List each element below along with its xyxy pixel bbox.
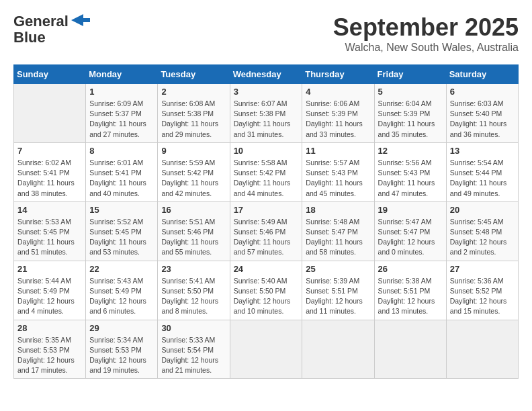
table-row: 12 Sunrise: 5:56 AMSunset: 5:43 PMDaylig…: [374, 142, 446, 201]
table-row: 30 Sunrise: 5:33 AMSunset: 5:54 PMDaylig…: [158, 320, 230, 379]
day-number: 27: [450, 264, 515, 274]
day-info: Sunrise: 5:51 AMSunset: 5:46 PMDaylight:…: [161, 217, 226, 258]
table-row: [14, 84, 86, 143]
table-row: 22 Sunrise: 5:43 AMSunset: 5:49 PMDaylig…: [86, 261, 158, 320]
day-info: Sunrise: 5:39 AMSunset: 5:51 PMDaylight:…: [306, 276, 370, 317]
title-block: September 2025 Walcha, New South Wales, …: [333, 13, 519, 54]
table-row: 16 Sunrise: 5:51 AMSunset: 5:46 PMDaylig…: [158, 201, 230, 261]
day-info: Sunrise: 5:59 AMSunset: 5:42 PMDaylight:…: [161, 158, 226, 199]
day-number: 14: [17, 205, 82, 215]
day-info: Sunrise: 5:57 AMSunset: 5:43 PMDaylight:…: [306, 158, 370, 199]
month-title: September 2025: [333, 13, 519, 42]
day-info: Sunrise: 5:33 AMSunset: 5:54 PMDaylight:…: [161, 335, 226, 376]
table-row: 3 Sunrise: 6:07 AMSunset: 5:38 PMDayligh…: [230, 84, 302, 143]
day-number: 3: [234, 87, 299, 97]
day-number: 25: [306, 264, 370, 274]
calendar-week-row: 28 Sunrise: 5:35 AMSunset: 5:53 PMDaylig…: [14, 320, 519, 379]
day-info: Sunrise: 5:54 AMSunset: 5:44 PMDaylight:…: [450, 158, 515, 199]
table-row: 7 Sunrise: 6:02 AMSunset: 5:41 PMDayligh…: [14, 142, 86, 201]
day-number: 26: [378, 264, 443, 274]
day-info: Sunrise: 5:53 AMSunset: 5:45 PMDaylight:…: [17, 217, 82, 258]
logo-blue: Blue: [13, 29, 46, 46]
col-saturday: Saturday: [446, 65, 518, 84]
table-row: 28 Sunrise: 5:35 AMSunset: 5:53 PMDaylig…: [14, 320, 86, 379]
day-number: 13: [450, 146, 515, 156]
table-row: 10 Sunrise: 5:58 AMSunset: 5:42 PMDaylig…: [230, 142, 302, 201]
logo-general: General: [13, 13, 69, 30]
table-row: [374, 320, 446, 379]
table-row: 14 Sunrise: 5:53 AMSunset: 5:45 PMDaylig…: [14, 201, 86, 261]
table-row: 23 Sunrise: 5:41 AMSunset: 5:50 PMDaylig…: [158, 261, 230, 320]
day-info: Sunrise: 5:56 AMSunset: 5:43 PMDaylight:…: [378, 158, 443, 199]
table-row: 13 Sunrise: 5:54 AMSunset: 5:44 PMDaylig…: [446, 142, 518, 201]
table-row: 5 Sunrise: 6:04 AMSunset: 5:39 PMDayligh…: [374, 84, 446, 143]
day-number: 21: [17, 264, 82, 274]
day-info: Sunrise: 6:04 AMSunset: 5:39 PMDaylight:…: [378, 99, 443, 140]
calendar-week-row: 7 Sunrise: 6:02 AMSunset: 5:41 PMDayligh…: [14, 142, 519, 201]
day-info: Sunrise: 5:36 AMSunset: 5:52 PMDaylight:…: [450, 276, 515, 317]
day-info: Sunrise: 5:40 AMSunset: 5:50 PMDaylight:…: [234, 276, 299, 317]
col-wednesday: Wednesday: [230, 65, 302, 84]
table-row: 6 Sunrise: 6:03 AMSunset: 5:40 PMDayligh…: [446, 84, 518, 143]
table-row: 29 Sunrise: 5:34 AMSunset: 5:53 PMDaylig…: [86, 320, 158, 379]
day-number: 10: [234, 146, 299, 156]
day-number: 18: [306, 205, 370, 215]
table-row: 18 Sunrise: 5:48 AMSunset: 5:47 PMDaylig…: [302, 201, 374, 261]
day-info: Sunrise: 5:58 AMSunset: 5:42 PMDaylight:…: [234, 158, 299, 199]
day-number: 17: [234, 205, 299, 215]
day-number: 24: [234, 264, 299, 274]
col-monday: Monday: [86, 65, 158, 84]
calendar-week-row: 21 Sunrise: 5:44 AMSunset: 5:49 PMDaylig…: [14, 261, 519, 320]
day-info: Sunrise: 5:34 AMSunset: 5:53 PMDaylight:…: [89, 335, 154, 376]
table-row: 19 Sunrise: 5:47 AMSunset: 5:47 PMDaylig…: [374, 201, 446, 261]
table-row: 24 Sunrise: 5:40 AMSunset: 5:50 PMDaylig…: [230, 261, 302, 320]
day-number: 29: [89, 323, 154, 333]
day-number: 15: [89, 205, 154, 215]
day-number: 9: [161, 146, 226, 156]
day-info: Sunrise: 5:45 AMSunset: 5:48 PMDaylight:…: [450, 217, 515, 258]
table-row: 1 Sunrise: 6:09 AMSunset: 5:37 PMDayligh…: [86, 84, 158, 143]
logo-arrow-icon: [71, 14, 90, 26]
day-number: 22: [89, 264, 154, 274]
day-number: 5: [378, 87, 443, 97]
table-row: 2 Sunrise: 6:08 AMSunset: 5:38 PMDayligh…: [158, 84, 230, 143]
table-row: 21 Sunrise: 5:44 AMSunset: 5:49 PMDaylig…: [14, 261, 86, 320]
day-number: 16: [161, 205, 226, 215]
col-thursday: Thursday: [302, 65, 374, 84]
day-info: Sunrise: 5:47 AMSunset: 5:47 PMDaylight:…: [378, 217, 443, 258]
svg-marker-0: [71, 14, 90, 26]
table-row: 25 Sunrise: 5:39 AMSunset: 5:51 PMDaylig…: [302, 261, 374, 320]
calendar-header-row: Sunday Monday Tuesday Wednesday Thursday…: [14, 65, 519, 84]
day-number: 20: [450, 205, 515, 215]
day-info: Sunrise: 6:02 AMSunset: 5:41 PMDaylight:…: [17, 158, 82, 199]
day-info: Sunrise: 6:07 AMSunset: 5:38 PMDaylight:…: [234, 99, 299, 140]
page-header: General Blue September 2025 Walcha, New …: [13, 13, 519, 54]
logo-text: General: [13, 13, 90, 30]
day-number: 28: [17, 323, 82, 333]
table-row: [302, 320, 374, 379]
col-friday: Friday: [374, 65, 446, 84]
table-row: 17 Sunrise: 5:49 AMSunset: 5:46 PMDaylig…: [230, 201, 302, 261]
day-number: 4: [306, 87, 370, 97]
location: Walcha, New South Wales, Australia: [333, 42, 519, 54]
calendar-table: Sunday Monday Tuesday Wednesday Thursday…: [13, 64, 519, 379]
table-row: 20 Sunrise: 5:45 AMSunset: 5:48 PMDaylig…: [446, 201, 518, 261]
day-info: Sunrise: 5:52 AMSunset: 5:45 PMDaylight:…: [89, 217, 154, 258]
day-info: Sunrise: 6:08 AMSunset: 5:38 PMDaylight:…: [161, 99, 226, 140]
day-info: Sunrise: 6:09 AMSunset: 5:37 PMDaylight:…: [89, 99, 154, 140]
day-info: Sunrise: 5:41 AMSunset: 5:50 PMDaylight:…: [161, 276, 226, 317]
day-info: Sunrise: 5:35 AMSunset: 5:53 PMDaylight:…: [17, 335, 82, 376]
day-info: Sunrise: 5:43 AMSunset: 5:49 PMDaylight:…: [89, 276, 154, 317]
col-sunday: Sunday: [14, 65, 86, 84]
table-row: 26 Sunrise: 5:38 AMSunset: 5:51 PMDaylig…: [374, 261, 446, 320]
logo: General Blue: [13, 13, 90, 46]
table-row: 8 Sunrise: 6:01 AMSunset: 5:41 PMDayligh…: [86, 142, 158, 201]
day-number: 8: [89, 146, 154, 156]
day-number: 23: [161, 264, 226, 274]
day-info: Sunrise: 5:48 AMSunset: 5:47 PMDaylight:…: [306, 217, 370, 258]
table-row: 4 Sunrise: 6:06 AMSunset: 5:39 PMDayligh…: [302, 84, 374, 143]
day-number: 30: [161, 323, 226, 333]
day-number: 6: [450, 87, 515, 97]
table-row: [446, 320, 518, 379]
day-info: Sunrise: 6:01 AMSunset: 5:41 PMDaylight:…: [89, 158, 154, 199]
